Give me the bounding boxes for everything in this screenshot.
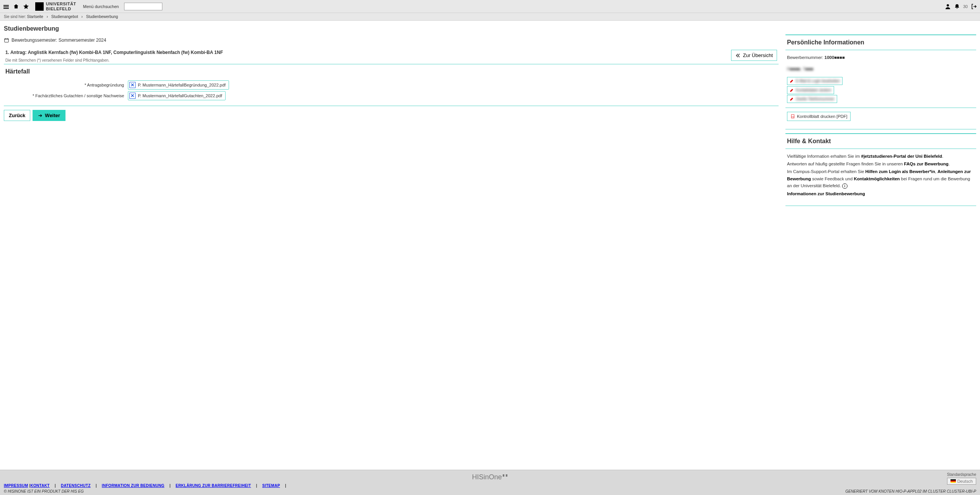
bell-icon[interactable] bbox=[954, 3, 960, 10]
breadcrumb-prefix: Sie sind hier: bbox=[4, 15, 26, 19]
overview-button[interactable]: Zur Übersicht bbox=[731, 50, 777, 61]
application-title: 1. Antrag: Anglistik Kernfach (fw) Kombi… bbox=[5, 50, 223, 55]
file-name-begruendung: P. Mustermann_HärtefallBegründung_2022.p… bbox=[138, 83, 226, 87]
sidebar: Persönliche Informationen Bewerbernummer… bbox=[785, 23, 976, 210]
arrow-right-icon bbox=[38, 113, 43, 118]
print-label: Kontrollblatt drucken [PDF] bbox=[797, 113, 847, 120]
file-pill-begruendung: ✕ P. Mustermann_HärtefallBegründung_2022… bbox=[128, 80, 229, 90]
breadcrumb: Sie sind hier: Startseite › Studienangeb… bbox=[0, 13, 980, 21]
menu-icon[interactable] bbox=[3, 3, 9, 10]
form-row-gutachten: * Fachärztliches Gutachten / sonstige Na… bbox=[4, 91, 779, 100]
print-controlsheet-button[interactable]: PDF Kontrollblatt drucken [PDF] bbox=[787, 112, 851, 121]
pill-label: Zweite Telefonnummer bbox=[796, 96, 834, 102]
remove-file-button[interactable]: ✕ bbox=[129, 93, 136, 99]
file-name-gutachten: P. Mustermann_HärtefallGutachten_2022.pd… bbox=[138, 93, 222, 98]
pencil-icon bbox=[790, 88, 794, 92]
action-row: Zurück Weiter bbox=[4, 106, 779, 125]
help-link-jetztstudieren[interactable]: #jetztstudieren-Portal der Uni Bielefeld bbox=[861, 154, 942, 158]
star-icon[interactable] bbox=[23, 3, 29, 10]
next-button-label: Weiter bbox=[45, 113, 60, 118]
chevron-right-icon: › bbox=[82, 15, 83, 19]
help-line-1: Vielfältige Information erhalten Sie im … bbox=[787, 153, 975, 160]
remove-file-button[interactable]: ✕ bbox=[129, 82, 136, 88]
header-right: 30 bbox=[945, 3, 977, 10]
menu-search-input[interactable] bbox=[124, 3, 162, 10]
application-header-row: 1. Antrag: Anglistik Kernfach (fw) Kombi… bbox=[4, 47, 779, 64]
help-link-studienbewerbung[interactable]: Informationen zur Studienbewerbung bbox=[787, 191, 865, 196]
search-label: Menü durchsuchen bbox=[83, 4, 119, 9]
semester-text: Bewerbungssemester: Sommersemester 2024 bbox=[11, 38, 106, 43]
double-chevron-left-icon bbox=[735, 53, 741, 58]
help-line-3: Im Campus-Support-Portal erhalten Sie Hi… bbox=[787, 168, 975, 189]
help-link-login[interactable]: Hilfen zum Login als Bewerber*in bbox=[865, 169, 935, 174]
svg-point-0 bbox=[947, 4, 949, 7]
applicant-number-value: 1000■■■■ bbox=[825, 55, 845, 60]
help-box: Hilfe & Kontakt Vielfältige Information … bbox=[785, 133, 976, 206]
edit-contact-pill[interactable]: Kontaktdaten ändern bbox=[787, 86, 834, 94]
next-button[interactable]: Weiter bbox=[33, 110, 65, 121]
applicant-number-label: Bewerbernummer: bbox=[787, 55, 825, 60]
form-row-begruendung: * Antragsbegründung ✕ P. Mustermann_Härt… bbox=[4, 80, 779, 90]
home-icon[interactable] bbox=[13, 3, 19, 10]
header-left: UNIVERSITÄTBIELEFELD Menü durchsuchen bbox=[3, 2, 162, 11]
help-title: Hilfe & Kontakt bbox=[785, 134, 976, 149]
pdf-icon: PDF bbox=[790, 114, 795, 119]
edit-phone-pill[interactable]: Zweite Telefonnummer bbox=[787, 95, 837, 103]
notification-count[interactable]: 30 bbox=[963, 4, 968, 9]
semester-line: Bewerbungssemester: Sommersemester 2024 bbox=[4, 36, 779, 47]
calendar-icon bbox=[4, 38, 9, 43]
top-header: UNIVERSITÄTBIELEFELD Menü durchsuchen 30 bbox=[0, 0, 980, 13]
pill-label: Kontaktdaten ändern bbox=[796, 87, 831, 93]
pencil-icon bbox=[790, 79, 794, 83]
pencil-icon bbox=[790, 97, 794, 101]
info-icon[interactable]: i bbox=[842, 183, 847, 189]
back-button[interactable]: Zurück bbox=[4, 110, 30, 121]
overview-button-label: Zur Übersicht bbox=[743, 52, 773, 58]
page-title: Studienbewerbung bbox=[4, 25, 779, 32]
breadcrumb-link-1[interactable]: Studienangebot bbox=[51, 15, 78, 19]
applicant-name: F■■■■, T■■■ bbox=[787, 65, 975, 73]
chevron-right-icon: › bbox=[47, 15, 48, 19]
pill-label: E-Mail & Login bearbeiten bbox=[796, 78, 840, 84]
personal-info-box: Persönliche Informationen Bewerbernummer… bbox=[785, 34, 976, 129]
personal-info-title: Persönliche Informationen bbox=[785, 35, 976, 50]
field-label-gutachten: * Fachärztliches Gutachten / sonstige Na… bbox=[4, 93, 128, 98]
svg-text:PDF: PDF bbox=[792, 116, 795, 118]
user-icon[interactable] bbox=[945, 3, 951, 10]
file-pill-gutachten: ✕ P. Mustermann_HärtefallGutachten_2022.… bbox=[128, 91, 226, 100]
help-link-faqs[interactable]: FAQs zur Bewerbung bbox=[904, 162, 949, 166]
breadcrumb-link-0[interactable]: Startseite bbox=[27, 15, 43, 19]
field-label-begruendung: * Antragsbegründung bbox=[4, 83, 128, 87]
edit-email-login-pill[interactable]: E-Mail & Login bearbeiten bbox=[787, 77, 843, 85]
help-line-2: Antworten auf häufig gestellte Fragen fi… bbox=[787, 160, 975, 167]
svg-rect-1 bbox=[5, 39, 9, 42]
main-column: Studienbewerbung Bewerbungssemester: Som… bbox=[4, 23, 779, 210]
help-link-kontakt[interactable]: Kontaktmöglichkeiten bbox=[854, 176, 900, 181]
applicant-number-row: Bewerbernummer: 1000■■■■ bbox=[787, 54, 975, 62]
required-fields-note: Die mit Sternchen (*) versehenen Felder … bbox=[5, 58, 223, 62]
haertefall-heading: Härtefall bbox=[4, 64, 779, 79]
breadcrumb-link-2[interactable]: Studienbewerbung bbox=[86, 15, 118, 19]
logout-icon[interactable] bbox=[971, 3, 977, 10]
university-logo[interactable]: UNIVERSITÄTBIELEFELD bbox=[35, 2, 76, 11]
